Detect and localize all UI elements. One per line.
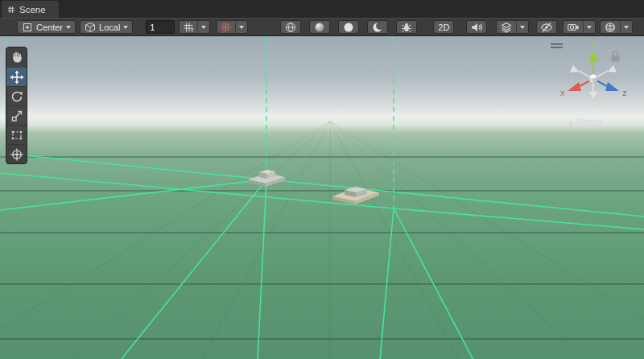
selection-wireframe [0, 36, 644, 359]
lighting-moon-button[interactable] [367, 20, 388, 34]
rotate-tool-button[interactable] [6, 86, 27, 105]
chevron-down-icon [239, 26, 244, 29]
effects-button[interactable] [497, 21, 516, 33]
transform-tool-button[interactable] [6, 144, 27, 163]
camera-settings-dropdown[interactable] [563, 20, 596, 34]
light-toggle-button[interactable] [338, 20, 359, 34]
scene-visibility-toggle[interactable] [536, 20, 557, 34]
snap-settings-button[interactable] [217, 21, 235, 33]
mode-2d-label: 2D [438, 23, 449, 32]
camera-icon [567, 21, 580, 34]
view-hand-tool-button[interactable] [6, 47, 27, 67]
axis-y-cone[interactable] [588, 51, 598, 62]
scene-canvas[interactable]: y x z [0, 36, 644, 359]
chevron-down-icon [123, 26, 128, 29]
scene-toolbar: Center Local Y [0, 18, 644, 36]
scene-window: Scene Center Local [0, 0, 644, 359]
tab-scene[interactable]: Scene [2, 1, 59, 18]
axis-z-label: z [622, 88, 627, 97]
snap-settings-arrow[interactable] [235, 21, 247, 33]
move-icon [10, 70, 24, 85]
gizmos-dropdown[interactable] [600, 20, 633, 34]
chevron-down-icon [201, 26, 206, 29]
pivot-center-icon [22, 22, 33, 33]
chevron-left-icon: ‹ [569, 117, 573, 128]
rect-icon [10, 128, 24, 142]
grid-visibility-dropdown[interactable]: Y [179, 20, 210, 34]
grid-y-icon: Y [183, 22, 194, 33]
lock-icon[interactable] [612, 52, 620, 62]
rotate-icon [10, 89, 24, 104]
scale-tool-button[interactable] [6, 105, 27, 125]
mode-2d-toggle[interactable]: 2D [433, 20, 454, 34]
tool-handle-pivot-dropdown[interactable]: Center [17, 20, 76, 34]
debug-bug-button[interactable] [396, 20, 417, 34]
ground-grid [0, 122, 644, 359]
effects-arrow[interactable] [516, 21, 528, 33]
camera-button[interactable] [564, 21, 583, 33]
move-tool-button[interactable] [6, 67, 27, 86]
snap-increment-input[interactable] [146, 20, 175, 34]
projection-label[interactable]: ‹ Persp [569, 117, 602, 128]
circle-icon [342, 21, 355, 34]
tool-palette [6, 47, 27, 164]
shaded-sphere-icon [313, 21, 326, 34]
axis-x-label: x [560, 88, 565, 97]
pivot-label: Center [36, 23, 63, 32]
grid-icon [7, 6, 15, 14]
grid-visibility-button[interactable]: Y [180, 21, 197, 33]
globe-toggle-button[interactable] [280, 20, 301, 34]
snap-settings-dropdown[interactable] [217, 20, 248, 34]
tab-label: Scene [19, 5, 46, 14]
chevron-down-icon [520, 26, 525, 29]
scene-object-platform-1[interactable] [248, 170, 287, 187]
bug-icon [400, 21, 413, 34]
hand-icon [10, 50, 24, 64]
tool-handle-rotation-dropdown[interactable]: Local [80, 20, 133, 34]
axis-neg-y-cone[interactable] [589, 92, 597, 99]
axis-x-cone[interactable] [568, 82, 581, 91]
snap-grid-icon [221, 22, 232, 33]
rect-tool-button[interactable] [6, 125, 27, 144]
effects-layers-icon [500, 21, 513, 34]
shading-mode-button[interactable] [309, 20, 330, 34]
orientation-label: Local [99, 23, 120, 32]
scale-icon [10, 109, 24, 123]
effects-dropdown[interactable] [496, 20, 529, 34]
axis-y-label: y [591, 39, 596, 48]
axis-center-cube[interactable] [589, 74, 597, 84]
axis-neg-cone[interactable] [570, 65, 579, 72]
local-cube-icon [85, 22, 96, 33]
chevron-down-icon [587, 26, 592, 29]
gizmos-arrow[interactable] [620, 21, 632, 33]
overflow-handle-icon[interactable] [551, 43, 563, 48]
audio-toggle-button[interactable] [466, 20, 487, 34]
chevron-down-icon [624, 26, 629, 29]
axis-neg-cone[interactable] [608, 65, 617, 72]
scene-gizmo-icon [604, 21, 617, 34]
svg-text:Y: Y [191, 27, 195, 33]
gizmos-button[interactable] [601, 21, 620, 33]
camera-arrow[interactable] [583, 21, 595, 33]
axis-gizmo[interactable]: y x z [560, 39, 627, 99]
tab-bar: Scene [0, 0, 644, 18]
visibility-eye-off-icon [540, 21, 553, 34]
scene-viewport[interactable]: y x z [0, 36, 644, 359]
chevron-down-icon [66, 26, 71, 29]
moon-icon [371, 21, 384, 34]
projection-text: Persp [576, 117, 603, 128]
axis-z-cone[interactable] [605, 82, 619, 91]
transform-icon [10, 147, 24, 162]
audio-speaker-icon [470, 21, 483, 34]
grid-visibility-arrow[interactable] [197, 21, 209, 33]
globe-icon [284, 21, 297, 34]
